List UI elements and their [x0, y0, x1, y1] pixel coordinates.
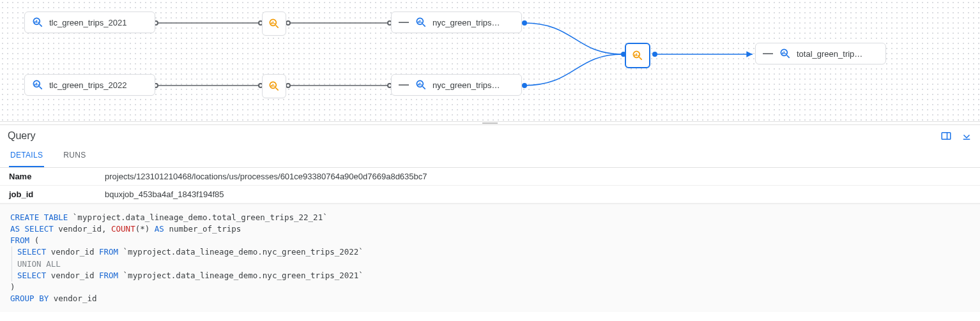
bigquery-icon: [31, 78, 44, 91]
node-output[interactable]: — total_green_trip…: [755, 43, 886, 64]
query-icon: [268, 80, 280, 93]
node-label: nyc_green_trips…: [433, 80, 500, 90]
node-intermediate-2[interactable]: — nyc_green_trips…: [391, 74, 522, 96]
node-process-selected[interactable]: [625, 43, 650, 68]
svg-line-31: [423, 87, 425, 89]
svg-line-16: [423, 24, 425, 27]
node-label: total_green_trip…: [797, 49, 862, 59]
query-icon: [268, 17, 280, 30]
table-row: Name projects/123101210468/locations/us/…: [0, 168, 980, 186]
node-intermediate-1[interactable]: — nyc_green_trips…: [391, 11, 522, 33]
bigquery-icon: [31, 16, 44, 29]
collapse-icon[interactable]: —: [398, 79, 410, 91]
query-icon: [631, 49, 644, 62]
tab-runs[interactable]: RUNS: [62, 144, 87, 167]
node-process-1[interactable]: [262, 11, 286, 36]
row-key: Name: [0, 168, 96, 186]
details-table: Name projects/123101210468/locations/us/…: [0, 168, 980, 204]
node-source-1[interactable]: tlc_green_trips_2021: [24, 11, 155, 33]
port: [522, 20, 527, 26]
bigquery-icon: [779, 47, 792, 60]
collapse-panel-icon[interactable]: [961, 130, 972, 142]
bigquery-icon: [415, 78, 427, 91]
row-key: job_id: [0, 186, 96, 204]
collapse-icon[interactable]: —: [398, 17, 410, 28]
bigquery-icon: [415, 16, 427, 29]
svg-rect-45: [942, 133, 951, 140]
collapse-icon[interactable]: —: [762, 48, 774, 59]
svg-line-41: [787, 56, 790, 58]
table-row: job_id bquxjob_453ba4af_1843f194f85: [0, 186, 980, 204]
node-label: tlc_green_trips_2022: [49, 80, 126, 90]
port: [286, 20, 291, 26]
svg-line-11: [276, 26, 279, 28]
node-process-2[interactable]: [262, 74, 286, 98]
port: [522, 83, 527, 88]
svg-line-36: [639, 57, 642, 60]
panel-header: Query: [0, 125, 980, 144]
port: [652, 52, 657, 57]
port: [286, 83, 291, 88]
svg-line-21: [40, 87, 42, 89]
panel-title: Query: [8, 130, 36, 142]
sql-code-block: CREATE TABLE `myproject.data_lineage_dem…: [0, 204, 980, 312]
tab-details[interactable]: DETAILS: [9, 144, 44, 167]
row-value: projects/123101210468/locations/us/proce…: [96, 168, 980, 186]
side-panel-icon[interactable]: [940, 130, 952, 142]
panel-tabs: DETAILS RUNS: [0, 144, 980, 168]
node-label: nyc_green_trips…: [433, 18, 500, 27]
node-label: tlc_green_trips_2021: [49, 18, 126, 27]
row-value: bquxjob_453ba4af_1843f194f85: [96, 186, 980, 204]
svg-line-26: [276, 88, 279, 91]
lineage-graph-canvas[interactable]: tlc_green_trips_2021 — nyc_green_trips… …: [0, 0, 980, 121]
node-source-2[interactable]: tlc_green_trips_2022: [24, 74, 155, 96]
svg-line-6: [40, 24, 42, 27]
